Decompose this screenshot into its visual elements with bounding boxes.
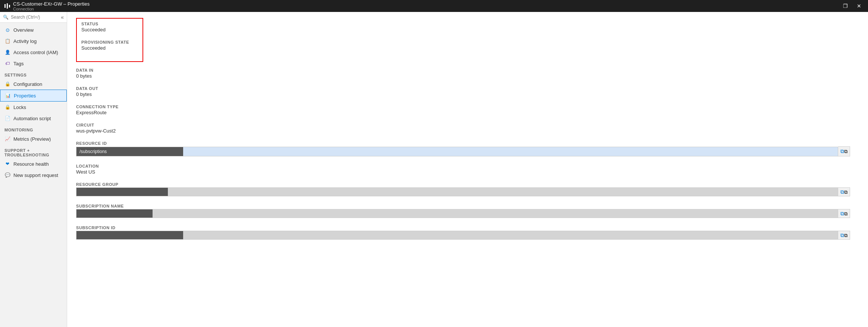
title-bar-title: CS-Customer-EXr-GW – Properties [13, 1, 90, 7]
resource-id-section: RESOURCE ID ⧉ [76, 141, 859, 156]
circuit-section: CIRCUIT wus-pvtpvw-Cust2 [76, 123, 859, 134]
access-icon [4, 49, 10, 55]
sidebar-item-label: Activity log [13, 38, 37, 44]
sidebar-item-label: Access control (IAM) [13, 50, 58, 55]
connection-type-label: CONNECTION TYPE [76, 105, 859, 109]
close-button[interactable]: ✕ [855, 2, 864, 10]
circuit-value: wus-pvtpvw-Cust2 [76, 128, 859, 134]
monitoring-section-label: MONITORING [0, 124, 67, 133]
data-out-value: 0 bytes [76, 91, 859, 97]
sidebar-nav: Overview Activity log Access control (IA… [0, 23, 67, 327]
copy-icon: ⧉ [840, 148, 847, 155]
settings-section-label: SETTINGS [0, 69, 67, 78]
sidebar-item-metrics[interactable]: Metrics (Preview) [0, 133, 67, 144]
connection-type-value: ExpressRoute [76, 110, 859, 115]
sidebar-item-label: Metrics (Preview) [13, 136, 51, 142]
restore-button[interactable]: ❐ [841, 2, 850, 10]
subscription-name-copy-button[interactable]: ⧉ [838, 209, 850, 218]
resource-id-field: ⧉ [76, 146, 850, 156]
data-in-section: DATA IN 0 bytes [76, 68, 859, 79]
tags-icon [4, 60, 10, 66]
status-value: Succeeded [81, 27, 138, 32]
provisioning-label: PROVISIONING STATE [81, 40, 138, 44]
sidebar-item-tags[interactable]: Tags [0, 58, 67, 69]
provisioning-value: Succeeded [81, 45, 138, 51]
data-out-label: DATA OUT [76, 86, 859, 91]
location-label: LOCATION [76, 164, 859, 168]
subscription-name-section: SUBSCRIPTION NAME ⧉ [76, 204, 859, 218]
resource-group-label: RESOURCE GROUP [76, 182, 859, 187]
subscription-id-bar [76, 231, 838, 240]
sidebar-item-label: New support request [13, 172, 58, 178]
copy-icon: ⧉ [840, 211, 847, 217]
sidebar-item-label: Overview [13, 27, 34, 33]
subscription-id-field: ⧉ [76, 231, 850, 240]
sidebar-item-activity-log[interactable]: Activity log [0, 35, 67, 47]
sidebar-item-configuration[interactable]: Configuration [0, 78, 67, 90]
resource-id-label: RESOURCE ID [76, 141, 859, 146]
resource-group-bar [76, 187, 838, 196]
copy-icon: ⧉ [840, 232, 847, 239]
connection-type-section: CONNECTION TYPE ExpressRoute [76, 105, 859, 115]
resource-group-copy-button[interactable]: ⧉ [838, 187, 850, 196]
sidebar-item-label: Properties [14, 93, 36, 99]
properties-panel: STATUS Succeeded PROVISIONING STATE Succ… [67, 12, 868, 253]
resource-group-field: ⧉ [76, 187, 850, 196]
sidebar-item-access-control[interactable]: Access control (IAM) [0, 47, 67, 58]
metrics-icon [4, 136, 10, 142]
provisioning-section: PROVISIONING STATE Succeeded [81, 40, 138, 51]
location-section: LOCATION West US [76, 164, 859, 175]
subscription-name-bar [76, 209, 838, 218]
copy-icon: ⧉ [840, 189, 847, 195]
support-icon [4, 172, 10, 178]
health-icon [4, 161, 10, 167]
support-section-label: SUPPORT + TROUBLESHOOTING [0, 144, 67, 158]
subscription-id-label: SUBSCRIPTION ID [76, 225, 859, 230]
status-provisioning-box: STATUS Succeeded PROVISIONING STATE Succ… [76, 18, 143, 62]
activity-icon [4, 38, 10, 44]
collapse-button[interactable]: « [61, 14, 64, 20]
status-section: STATUS Succeeded [81, 22, 138, 32]
locks-icon [4, 104, 10, 110]
sidebar-item-label: Locks [13, 105, 26, 110]
sidebar-item-label: Tags [13, 61, 23, 66]
title-bar-controls: ❐ ✕ [841, 2, 864, 10]
subscription-name-label: SUBSCRIPTION NAME [76, 204, 859, 208]
resource-id-input[interactable] [76, 147, 838, 156]
title-bar-left: CS-Customer-EXr-GW – Properties Connecti… [4, 1, 90, 11]
sidebar-item-new-support[interactable]: New support request [0, 169, 67, 181]
title-bar-subtitle: Connection [13, 7, 90, 11]
sidebar-item-overview[interactable]: Overview [0, 24, 67, 35]
resource-id-copy-button[interactable]: ⧉ [838, 146, 850, 156]
data-in-value: 0 bytes [76, 73, 859, 79]
subscription-id-copy-button[interactable]: ⧉ [838, 231, 850, 240]
search-icon: 🔍 [3, 15, 9, 20]
location-value: West US [76, 169, 859, 175]
sidebar-item-automation[interactable]: Automation script [0, 113, 67, 124]
sidebar-item-locks[interactable]: Locks [0, 102, 67, 113]
sidebar-item-resource-health[interactable]: Resource health [0, 158, 67, 169]
properties-icon [5, 93, 11, 99]
overview-icon [4, 27, 10, 33]
automation-icon [4, 115, 10, 121]
azure-icon [4, 3, 10, 9]
circuit-label: CIRCUIT [76, 123, 859, 127]
data-out-section: DATA OUT 0 bytes [76, 86, 859, 97]
title-bar: CS-Customer-EXr-GW – Properties Connecti… [0, 0, 868, 12]
data-in-label: DATA IN [76, 68, 859, 72]
subscription-id-section: SUBSCRIPTION ID ⧉ [76, 225, 859, 240]
subscription-name-field: ⧉ [76, 209, 850, 218]
sidebar-item-label: Automation script [13, 116, 51, 121]
sidebar: 🔍 « Overview Activity log Access control… [0, 12, 67, 327]
resource-group-section: RESOURCE GROUP ⧉ [76, 182, 859, 196]
main-layout: 🔍 « Overview Activity log Access control… [0, 12, 868, 327]
sidebar-item-label: Configuration [13, 81, 42, 87]
sidebar-item-label: Resource health [13, 161, 49, 167]
config-icon [4, 81, 10, 87]
search-box[interactable]: 🔍 « [0, 12, 67, 23]
sidebar-item-properties[interactable]: Properties [0, 90, 67, 102]
content-area: STATUS Succeeded PROVISIONING STATE Succ… [67, 12, 868, 327]
status-label: STATUS [81, 22, 138, 26]
search-input[interactable] [11, 15, 59, 20]
